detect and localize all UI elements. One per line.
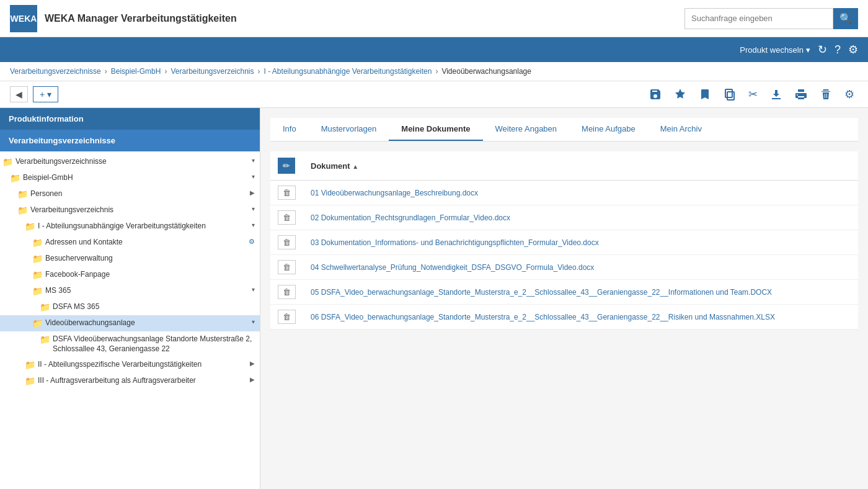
folder-icon: 📁 — [40, 302, 50, 312]
breadcrumb-item-5: Videoüberwachungsanlage — [441, 67, 531, 76]
sidebar-item-adressen[interactable]: 📁 Adressen und Kontakte ⚙ — [0, 235, 260, 251]
print-button[interactable] — [791, 86, 811, 103]
content-area: Info Mustervorlagen Meine Dokumente Weit… — [260, 108, 868, 489]
folder-icon: 📁 — [17, 189, 28, 199]
delete-doc-button[interactable]: 🗑 — [278, 310, 296, 324]
main-layout: Produktinformation Verarbeitungsverzeich… — [0, 108, 868, 489]
tab-meine-dokumente[interactable]: Meine Dokumente — [389, 118, 482, 141]
save-button[interactable] — [645, 86, 665, 103]
delete-doc-button[interactable]: 🗑 — [278, 285, 296, 299]
tab-meine-aufgabe[interactable]: Meine Aufgabe — [569, 118, 648, 141]
doc-link[interactable]: 02 Dokumentation_Rechtsgrundlagen_Formul… — [311, 213, 510, 222]
sidebar-item-dsfa365[interactable]: 📁 DSFA MS 365 — [0, 299, 260, 315]
breadcrumb-item-3[interactable]: Verarbeitungsverzeichnis — [170, 67, 254, 76]
th-edit: ✏ — [270, 151, 303, 181]
sidebar-item-facebook[interactable]: 📁 Facebook-Fanpage — [0, 267, 260, 283]
folder-icon: 📁 — [40, 334, 50, 344]
weka-logo: WEKA — [10, 5, 37, 32]
folder-icon: 📁 — [25, 376, 35, 386]
svg-rect-0 — [727, 92, 734, 100]
folder-icon: 📁 — [32, 270, 43, 280]
delete-doc-button[interactable]: 🗑 — [278, 260, 296, 274]
folder-icon: 📁 — [32, 254, 43, 264]
badge-icon: ⚙ — [249, 238, 255, 246]
delete-doc-button[interactable]: 🗑 — [278, 235, 296, 249]
folder-icon: 📁 — [17, 205, 28, 215]
sidebar-item-dsfa-video[interactable]: 📁 DSFA Videoüberwachungsanlage Standorte… — [0, 331, 260, 357]
app-title: WEKA Manager Verarbeitungstätigkeiten — [45, 13, 684, 24]
download-button[interactable] — [766, 86, 786, 103]
delete-toolbar-button[interactable] — [816, 86, 836, 103]
tab-mein-archiv[interactable]: Mein Archiv — [648, 118, 714, 141]
bookmark-button[interactable] — [695, 86, 715, 103]
table-row: 🗑 03 Dokumentation_Informations- und Ben… — [270, 230, 858, 255]
sidebar-item-verarbvv[interactable]: 📁 Verarbeitungsverzeichnis ▾ — [0, 202, 260, 218]
nav-bar: Produkt wechseln ▾ ↻ ? ⚙ — [0, 37, 868, 62]
table-row: 🗑 02 Dokumentation_Rechtsgrundlagen_Form… — [270, 205, 858, 230]
settings-nav-icon[interactable]: ⚙ — [848, 43, 858, 56]
th-dokument[interactable]: Dokument ▲ — [303, 151, 858, 181]
sort-icon: ▲ — [352, 163, 358, 170]
sidebar-item-beispiel[interactable]: 📁 Beispiel-GmbH ▾ — [0, 170, 260, 186]
breadcrumb: Verarbeitungsverzeichnisse › Beispiel-Gm… — [0, 62, 868, 81]
breadcrumb-item-4[interactable]: I - Abteilungsunabhängige Verarbeitungst… — [264, 67, 432, 76]
toolbar: ◀ + ▾ ✂ ⚙ — [0, 81, 868, 108]
table-row: 🗑 06 DSFA_Video_berwachungsanlage_Stando… — [270, 305, 858, 330]
table-row: 🗑 04 Schwellwertanalyse_Prüfung_Notwendi… — [270, 255, 858, 280]
copy-button[interactable] — [720, 86, 740, 103]
folder-icon: 📁 — [32, 238, 43, 248]
doc-link[interactable]: 06 DSFA_Video_berwachungsanlage_Standort… — [311, 313, 775, 321]
sidebar-tree: 📁 Verarbeitungsverzeichnisse ▾ 📁 Beispie… — [0, 151, 260, 392]
folder-icon: 📁 — [32, 286, 43, 296]
nav-actions: Produkt wechseln ▾ ↻ ? ⚙ — [740, 43, 858, 56]
refresh-icon[interactable]: ↻ — [818, 43, 827, 56]
sidebar-item-video[interactable]: 📁 Videoüberwachungsanlage ▾ — [0, 315, 260, 331]
sidebar-item-abt3[interactable]: 📁 III - Auftragsverarbeitung als Auftrag… — [0, 373, 260, 389]
sidebar-section-vv[interactable]: Verarbeitungsverzeichnisse — [0, 130, 260, 151]
add-button[interactable]: + ▾ — [33, 86, 58, 102]
table-row: 🗑 01 Videoüberwachungsanlage_Beschreibun… — [270, 181, 858, 205]
tab-mustervorlagen[interactable]: Mustervorlagen — [309, 118, 389, 141]
sidebar-item-abt1[interactable]: 📁 I - Abteilungsunabhängige Verarbeitung… — [0, 218, 260, 235]
scissors-button[interactable]: ✂ — [745, 85, 761, 104]
search-button[interactable]: 🔍 — [833, 8, 858, 29]
folder-icon: 📁 — [25, 222, 35, 231]
product-switch-link[interactable]: Produkt wechseln ▾ — [740, 45, 810, 55]
sidebar-item-ms365[interactable]: 📁 MS 365 ▾ — [0, 283, 260, 299]
sidebar-item-personen[interactable]: 📁 Personen ▶ — [0, 186, 260, 202]
sidebar: Produktinformation Verarbeitungsverzeich… — [0, 108, 260, 489]
folder-icon: 📁 — [32, 318, 43, 328]
search-container: 🔍 — [684, 8, 858, 29]
doc-link[interactable]: 05 DSFA_Video_berwachungsanlage_Standort… — [311, 288, 772, 297]
sidebar-item-besucher[interactable]: 📁 Besucherverwaltung — [0, 251, 260, 267]
breadcrumb-item-1[interactable]: Verarbeitungsverzeichnisse — [10, 67, 101, 76]
tabs: Info Mustervorlagen Meine Dokumente Weit… — [270, 118, 858, 141]
tab-info[interactable]: Info — [270, 118, 309, 141]
collapse-sidebar-button[interactable]: ◀ — [10, 86, 28, 102]
folder-icon: 📁 — [25, 360, 35, 370]
doc-link[interactable]: 01 Videoüberwachungsanlage_Beschreibung.… — [311, 189, 478, 197]
sidebar-section-produktinfo[interactable]: Produktinformation — [0, 108, 260, 130]
settings-toolbar-button[interactable]: ⚙ — [841, 85, 858, 104]
svg-rect-1 — [725, 89, 732, 97]
folder-icon: 📁 — [10, 173, 20, 183]
edit-all-button[interactable]: ✏ — [278, 158, 295, 174]
tab-weitere-angaben[interactable]: Weitere Angaben — [483, 118, 570, 141]
doc-link[interactable]: 04 Schwellwertanalyse_Prüfung_Notwendigk… — [311, 263, 594, 272]
search-input[interactable] — [684, 8, 833, 29]
top-header: WEKA WEKA Manager Verarbeitungstätigkeit… — [0, 0, 868, 37]
documents-table: ✏ Dokument ▲ 🗑 01 Videoüberwachungsanlag… — [270, 151, 858, 330]
delete-doc-button[interactable]: 🗑 — [278, 210, 296, 225]
doc-link[interactable]: 03 Dokumentation_Informations- und Benac… — [311, 238, 599, 247]
delete-doc-button[interactable]: 🗑 — [278, 186, 296, 200]
sidebar-item-vv[interactable]: 📁 Verarbeitungsverzeichnisse ▾ — [0, 154, 260, 170]
star-button[interactable] — [670, 86, 690, 103]
table-row: 🗑 05 DSFA_Video_berwachungsanlage_Stando… — [270, 280, 858, 305]
folder-icon: 📁 — [2, 157, 13, 167]
sidebar-item-abt2[interactable]: 📁 II - Abteilungsspezifische Verarbeitun… — [0, 357, 260, 373]
help-icon[interactable]: ? — [835, 43, 841, 56]
breadcrumb-item-2[interactable]: Beispiel-GmbH — [111, 67, 161, 76]
